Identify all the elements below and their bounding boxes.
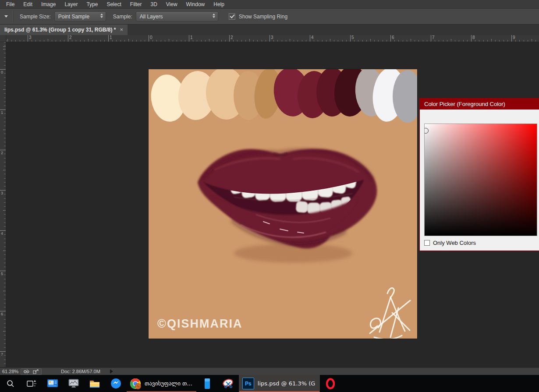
sample-size-value: Point Sample	[55, 14, 93, 20]
ruler-label: 6	[392, 35, 394, 40]
ruler-label: 3	[1, 191, 3, 195]
ruler-label: 7	[432, 35, 435, 40]
menu-type[interactable]: Type	[82, 0, 102, 9]
menu-image[interactable]: Image	[37, 0, 60, 9]
status-icons[interactable]	[21, 368, 42, 375]
taskbar-chrome-window-button[interactable]: თავისუფალი თ...	[126, 375, 197, 392]
ruler-label: 8	[472, 35, 475, 40]
sync-gears-icon	[23, 369, 30, 374]
ruler-tick	[350, 35, 351, 42]
ruler-tick	[431, 35, 431, 42]
ruler-label: 1	[110, 35, 112, 40]
ruler-label: 6	[1, 312, 3, 316]
ruler-label: 3	[29, 35, 32, 40]
sample-value: All Layers	[136, 14, 167, 20]
ruler-label: 5	[351, 35, 354, 40]
menu-filter[interactable]: Filter	[126, 0, 146, 9]
document-tab[interactable]: lips.psd @ 61.3% (Group 1 copy 31, RGB/8…	[0, 25, 128, 35]
menu-layer[interactable]: Layer	[60, 0, 82, 9]
status-bar: 61.28% Doc: 2.86M/57.0M	[0, 367, 539, 375]
document-tab-title: lips.psd @ 61.3% (Group 1 copy 31, RGB/8…	[4, 27, 116, 33]
ruler-tick	[390, 35, 391, 42]
ruler-label: 1	[190, 35, 193, 40]
dropdown-arrows-icon	[100, 14, 103, 18]
sample-size-select[interactable]: Point Sample	[54, 11, 106, 21]
taskbar-search-button[interactable]	[0, 375, 21, 392]
ps-badge-text: Ps	[245, 381, 252, 387]
document-size-info: Doc: 2.86M/57.0M	[61, 369, 100, 374]
taskbar-your-phone-button[interactable]	[197, 375, 218, 392]
dropdown-arrows-icon	[213, 14, 215, 18]
zoom-level-field[interactable]: 61.28%	[2, 369, 21, 374]
document-tab-bar: lips.psd @ 61.3% (Group 1 copy 31, RGB/8…	[0, 25, 539, 35]
taskbar-monitor-app-button[interactable]	[63, 375, 84, 392]
ruler-tick	[149, 35, 149, 42]
photoshop-window: FileEditImageLayerTypeSelectFilter3DView…	[0, 0, 539, 392]
sample-select[interactable]: All Layers	[136, 11, 218, 21]
taskbar-snipping-tool-button[interactable]	[218, 375, 239, 392]
taskbar-file-explorer-button[interactable]	[84, 375, 105, 392]
canvas-document[interactable]: ©QISHMARIA	[149, 69, 417, 339]
ruler-label: 9	[513, 35, 515, 40]
ruler-tick	[310, 35, 310, 42]
options-separator	[12, 11, 13, 22]
presentation-app-icon	[47, 379, 58, 388]
menu-file[interactable]: File	[2, 0, 19, 9]
options-bar: Sample Size: Point Sample Sample: All La…	[0, 9, 539, 25]
ruler-label: 7	[1, 352, 3, 357]
ruler-label: 4	[1, 231, 3, 236]
ruler-tick	[108, 35, 109, 42]
ruler-label: 4	[311, 35, 314, 40]
menu-window[interactable]: Window	[182, 0, 209, 9]
taskbar-messenger-button[interactable]	[105, 375, 126, 392]
ruler-label: 0	[150, 35, 152, 40]
taskbar-task-view-button[interactable]	[21, 375, 42, 392]
opera-icon	[325, 378, 336, 389]
ruler-horizontal: 3210123456789	[6, 35, 539, 42]
snipping-tool-icon	[222, 378, 234, 389]
tool-preset-dropdown-icon[interactable]	[4, 15, 8, 18]
ruler-tick	[189, 35, 189, 42]
ruler-vertical: 01234567	[0, 42, 6, 367]
ruler-tick	[0, 150, 6, 150]
menu-view[interactable]: View	[162, 0, 182, 9]
ruler-tick	[0, 230, 6, 231]
color-field-selector[interactable]	[424, 128, 429, 134]
color-picker-titlebar[interactable]: Color Picker (Foreground Color)	[420, 99, 539, 109]
basketball-badge-icon	[135, 383, 141, 389]
ruler-label: 1	[1, 110, 3, 115]
ruler-tick	[0, 311, 6, 311]
tab-close-icon[interactable]: ×	[120, 25, 123, 35]
taskbar-photoshop-window-button[interactable]: Ps lips.psd @ 61.3% (G...	[239, 375, 320, 392]
ruler-tick	[0, 271, 6, 271]
ruler-tick	[471, 35, 472, 42]
status-menu-arrow[interactable]	[110, 369, 113, 374]
sample-size-label: Sample Size:	[20, 14, 51, 20]
menu-help[interactable]: Help	[209, 0, 229, 9]
ruler-tick	[0, 109, 6, 110]
color-field[interactable]	[424, 124, 537, 236]
menu-3d[interactable]: 3D	[146, 0, 161, 9]
show-sampling-ring-checkbox[interactable]	[229, 13, 235, 20]
ruler-tick	[0, 351, 6, 352]
ruler-tick	[511, 35, 512, 42]
only-web-colors-label: Only Web Colors	[433, 240, 476, 246]
monitor-app-icon	[68, 378, 79, 389]
ruler-tick	[270, 35, 270, 42]
taskbar-presentation-app-button[interactable]	[42, 375, 63, 392]
menu-edit[interactable]: Edit	[19, 0, 37, 9]
only-web-colors-checkbox[interactable]	[424, 240, 430, 246]
menu-select[interactable]: Select	[102, 0, 125, 9]
ruler-tick	[28, 35, 28, 42]
photoshop-window-title: lips.psd @ 61.3% (G...	[258, 380, 316, 387]
ruler-label: 2	[1, 151, 3, 155]
show-sampling-ring-label: Show Sampling Ring	[239, 14, 287, 20]
ruler-label: 5	[1, 272, 3, 276]
ruler-tick	[229, 35, 230, 42]
color-picker-dialog: Color Picker (Foreground Color) Only Web…	[419, 98, 539, 251]
taskbar-opera-button[interactable]	[320, 375, 341, 392]
ruler-label: 2	[69, 35, 72, 40]
phone-icon	[204, 378, 211, 389]
taskbar: თავისუფალი თ... Ps lips.psd @ 61.3% (G..…	[0, 375, 539, 392]
ruler-label: 3	[271, 35, 273, 40]
